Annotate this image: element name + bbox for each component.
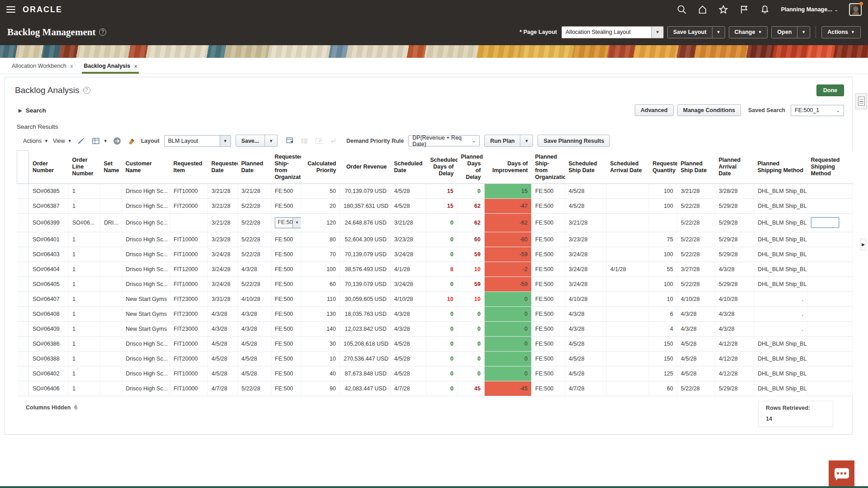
column-header-order-number[interactable]: Order Number [29,151,69,184]
rows-retrieved-label: Rows Retrieved: [766,405,826,411]
column-header-requested-date[interactable]: Requested Date [208,151,238,184]
column-header-scheduled-days-of-delay[interactable]: Scheduled Days of Delay [427,151,458,184]
home-icon[interactable] [698,5,708,14]
chevron-down-icon: ⌄ [836,108,840,113]
column-header-scheduled-ship-date[interactable]: Scheduled Ship Date [565,151,607,184]
layout-label: Layout [141,138,160,144]
save-layout-button[interactable]: Save Layout ▼ [667,26,725,38]
open-button[interactable]: Open ▼ [771,26,810,38]
column-header-planned-shipping-method[interactable]: Planned Shipping Method [754,151,807,184]
table-row[interactable]: SO#064021Drisco High Sc...FIT100004/5/28… [17,366,853,381]
table-row[interactable]: SO#064071New Start GymsFIT230003/31/284/… [17,291,853,306]
cell-combobox[interactable]: FE:50▼ [275,217,301,228]
table-row[interactable]: SO#064051Drisco High Sc...FIT100003/24/2… [17,277,853,291]
open-dropdown-arrow[interactable]: ▼ [797,27,810,38]
side-panel-toggle[interactable] [855,93,867,109]
actions-menu[interactable]: Actions▼ [23,138,48,144]
column-header-scheduled-arrival-date[interactable]: Scheduled Arrival Date [607,151,649,184]
save-layout-label: Save Layout [668,27,712,38]
search-icon[interactable] [677,5,687,14]
actions-dropdown-arrow: ▼ [851,30,855,34]
change-button[interactable]: Change▼ [729,26,768,38]
cell-text-input[interactable] [811,217,839,228]
cell-scheduled-date: 4/3/28 [391,306,427,321]
table-row[interactable]: SO#064011Drisco High Sc...FIT100003/23/2… [17,232,853,247]
demand-priority-rule-select[interactable]: DP(Revenue + Req Date) ⌄ [408,135,480,146]
done-button[interactable]: Done [816,84,844,96]
dropdown-arrow-icon[interactable]: ▼ [651,27,663,38]
column-header-days-of-improvement[interactable]: Days of Improvement [485,151,532,184]
table-row[interactable]: SO#063881Drisco High Sc...FIT200004/5/28… [17,351,853,366]
favorites-star-icon[interactable] [718,5,728,14]
table-row[interactable]: SO#063851Drisco High Sc...FIT100003/21/2… [17,183,853,198]
user-menu[interactable]: Planning Manage... ⌄ [781,6,838,13]
column-header-planned-ship-from-org[interactable]: Planned Ship-from Organization [532,151,565,184]
column-header-set-name[interactable]: Set Name [100,151,122,184]
save-layout-dropdown-arrow[interactable]: ▼ [712,27,725,38]
table-row[interactable]: SO#064081New Start GymsFIT230004/3/284/3… [17,306,853,321]
close-icon[interactable]: x [134,63,137,69]
saved-search-select[interactable]: FE:500_1 ⌄ [791,105,844,116]
actions-button[interactable]: Actions▼ [821,26,861,38]
help-icon[interactable]: ? [83,87,90,94]
help-icon[interactable]: ? [99,28,106,36]
page-layout-select[interactable]: Allocation Stealing Layout ▼ [561,26,664,38]
flag-icon[interactable] [739,5,749,14]
column-header-requested-item[interactable]: Requested Item [170,151,208,184]
cell-scheduled-days-of-delay: 15 [427,198,458,213]
tab-allocation-workbench[interactable]: Allocation Workbench x [6,58,78,74]
save-dropdown-arrow[interactable]: ▼ [264,135,277,146]
column-header-planned-days-of-delay[interactable]: Planned Days of Delay [458,151,485,184]
table-row[interactable]: SO#06399SO#06...DRI...Drisco High Sc...3… [17,213,853,232]
advanced-button[interactable]: Advanced [635,104,674,116]
chat-button[interactable] [829,460,854,486]
manage-conditions-button[interactable]: Manage Conditions [677,104,741,116]
notifications-bell-icon[interactable] [760,5,770,14]
freeze-columns-menu[interactable]: ▼ [91,136,108,145]
cell-scheduled-arrival-date [607,247,649,262]
dropdown-arrow-icon[interactable]: ▼ [220,136,231,146]
cell-planned-arrival-date: 5/29/28 [715,232,754,247]
cell-scheduled-date: 3/23/28 [391,232,427,247]
bottom-accent-bar [0,486,868,488]
column-header-calculated-priority[interactable]: Calculated Priority [301,151,340,184]
edit-pencil-icon[interactable] [76,136,86,145]
column-header-order-revenue[interactable]: Order Revenue [340,151,391,184]
run-plan-button[interactable]: Run Plan ▼ [484,135,533,147]
column-header-requested-quantity[interactable]: Requested Quantity [649,151,677,184]
column-header-scheduled-date[interactable]: Scheduled Date [391,151,427,184]
save-button[interactable]: Save... ▼ [236,135,278,147]
table-row[interactable]: SO#064091New Start GymsFIT230004/3/284/3… [17,321,853,336]
grid-scroll-arrow[interactable]: ▶ [860,239,866,250]
table-row[interactable]: SO#064031Drisco High Sc...FIT100003/24/2… [17,247,853,262]
close-icon[interactable]: x [71,63,73,69]
cell-planned-date: 4/10/28 [238,291,271,306]
column-header-requested-ship-from-org[interactable]: Requested Ship-from Organization [271,151,301,184]
column-header-planned-ship-date[interactable]: Planned Ship Date [677,151,715,184]
table-row[interactable]: SO#063871Drisco High Sc...FIT200003/21/2… [17,198,853,213]
table-row[interactable]: SO#064061Drisco High Sc...FIT100004/7/28… [17,381,853,396]
dropdown-arrow-icon[interactable]: ▼ [292,218,301,228]
row-select-gutter [17,381,29,396]
run-plan-dropdown-arrow[interactable]: ▼ [520,135,533,146]
column-header-requested-shipping-method[interactable]: Requested Shipping Method [807,151,853,184]
view-menu[interactable]: View▼ [53,138,72,144]
tab-backlog-analysis[interactable]: Backlog Analysis x [78,58,142,74]
hamburger-menu-icon[interactable] [6,6,15,13]
column-header-order-line-number[interactable]: Order Line Number [69,151,100,184]
table-row[interactable]: SO#063861Drisco High Sc...FIT100004/5/28… [17,336,853,351]
column-header-customer-name[interactable]: Customer Name [122,151,170,184]
eraser-icon[interactable] [127,136,137,145]
cell-scheduled-arrival-date [607,183,649,198]
save-planning-results-button[interactable]: Save Planning Results [538,135,610,147]
query-by-example-icon[interactable] [285,136,295,145]
cell-days-of-improvement: 0 [485,291,532,306]
column-header-planned-date[interactable]: Planned Date [238,151,271,184]
column-header-planned-arrival-date[interactable]: Planned Arrival Date [715,151,754,184]
table-row[interactable]: SO#064041Drisco High Sc...FIT120003/24/2… [17,262,853,277]
layout-select[interactable]: BLM Layout ▼ [164,135,231,147]
cell-requested-ship-from-org: FE:500 [271,336,301,351]
go-circle-arrow-icon[interactable] [112,136,122,145]
search-section-toggle[interactable]: ▶ Search [19,107,46,114]
cell-days-of-improvement: -2 [485,262,532,277]
